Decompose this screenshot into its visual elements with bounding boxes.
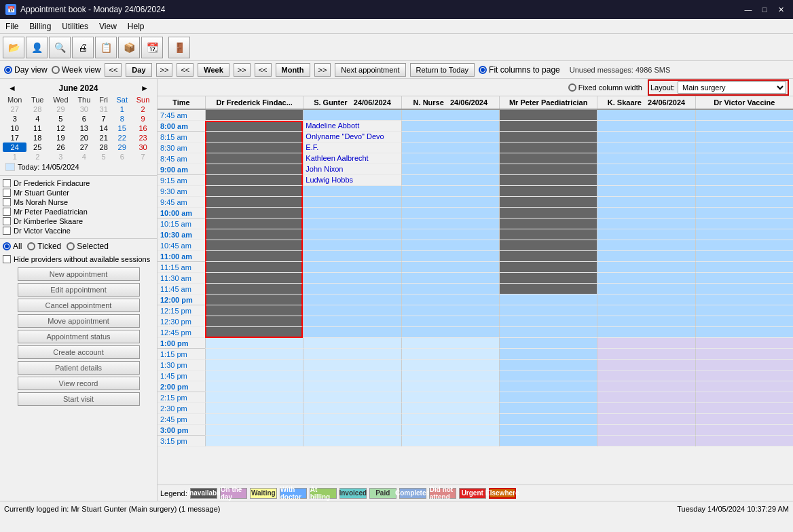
new-appointment-button[interactable]: New appointment xyxy=(18,267,140,281)
sched-cell[interactable] xyxy=(499,403,597,414)
week-label[interactable]: Week xyxy=(198,63,229,77)
menu-help[interactable]: Help xyxy=(122,20,150,33)
sched-cell[interactable] xyxy=(499,294,597,305)
sched-cell[interactable] xyxy=(303,218,401,229)
sched-cell[interactable] xyxy=(401,392,499,403)
sched-cell[interactable] xyxy=(695,403,793,414)
cal-day[interactable]: 24 xyxy=(3,142,26,152)
cal-prev[interactable]: ◄ xyxy=(5,83,19,94)
close-button[interactable]: ✕ xyxy=(774,3,788,16)
sched-cell[interactable] xyxy=(597,436,695,446)
sched-cell[interactable] xyxy=(401,208,499,218)
sched-cell[interactable] xyxy=(401,360,499,370)
sched-cell[interactable]: Onlyname "Devo" Devo xyxy=(303,132,401,142)
sched-cell[interactable] xyxy=(695,370,793,381)
sched-cell[interactable] xyxy=(303,436,401,446)
sched-cell[interactable] xyxy=(597,316,695,327)
cal-day[interactable]: 26 xyxy=(48,142,73,152)
provider-chk-3[interactable] xyxy=(3,198,11,206)
schedule-grid[interactable]: Time Dr Frederick Findac... S. Gunter 24… xyxy=(158,96,793,484)
cal-day[interactable]: 30 xyxy=(73,104,95,114)
sched-cell[interactable] xyxy=(695,175,793,186)
sched-cell[interactable] xyxy=(597,208,695,218)
toolbar-btn-2[interactable]: 👤 xyxy=(26,37,48,58)
sched-cell[interactable] xyxy=(205,175,303,186)
sched-cell[interactable] xyxy=(597,197,695,208)
sched-cell[interactable] xyxy=(597,121,695,132)
hide-checkbox[interactable] xyxy=(3,255,11,263)
cal-day[interactable]: 15 xyxy=(112,124,132,133)
sched-cell[interactable] xyxy=(205,349,303,360)
sched-cell[interactable] xyxy=(205,197,303,208)
sched-cell[interactable] xyxy=(597,110,695,121)
cal-day[interactable]: 19 xyxy=(48,133,73,142)
cal-day[interactable]: 23 xyxy=(132,133,154,142)
sched-cell[interactable] xyxy=(205,403,303,414)
sched-cell[interactable] xyxy=(695,349,793,360)
sched-cell[interactable] xyxy=(597,229,695,240)
sched-cell[interactable] xyxy=(597,338,695,349)
cal-day[interactable]: 13 xyxy=(73,124,95,133)
sched-cell[interactable] xyxy=(695,186,793,197)
sched-cell[interactable] xyxy=(401,316,499,327)
sched-cell[interactable] xyxy=(597,251,695,262)
sched-cell[interactable] xyxy=(303,284,401,294)
sched-cell[interactable] xyxy=(499,197,597,208)
cal-day[interactable]: 3 xyxy=(48,152,73,162)
sched-cell[interactable] xyxy=(597,262,695,273)
sched-cell[interactable] xyxy=(205,208,303,218)
sched-cell[interactable] xyxy=(401,229,499,240)
provider-chk-2[interactable] xyxy=(3,189,11,197)
sched-cell[interactable] xyxy=(401,327,499,338)
sched-cell[interactable] xyxy=(401,294,499,305)
edit-appointment-button[interactable]: Edit appointment xyxy=(18,283,140,297)
sched-cell[interactable] xyxy=(401,284,499,294)
sched-cell[interactable] xyxy=(401,240,499,251)
sched-cell[interactable] xyxy=(303,349,401,360)
sched-cell[interactable] xyxy=(695,132,793,142)
return-today-button[interactable]: Return to Today xyxy=(410,63,475,77)
cal-day[interactable]: 20 xyxy=(73,133,95,142)
cal-day[interactable]: 29 xyxy=(112,142,132,152)
sched-cell[interactable] xyxy=(303,381,401,392)
sched-cell[interactable] xyxy=(303,294,401,305)
sched-cell[interactable] xyxy=(401,218,499,229)
sched-cell[interactable] xyxy=(303,327,401,338)
cal-day[interactable]: 6 xyxy=(112,152,132,162)
sched-cell[interactable] xyxy=(597,370,695,381)
sched-cell[interactable] xyxy=(303,240,401,251)
cal-day[interactable]: 29 xyxy=(48,104,73,114)
toolbar-btn-4[interactable]: 🖨 xyxy=(72,37,94,58)
sched-cell[interactable] xyxy=(499,229,597,240)
sched-cell[interactable] xyxy=(205,164,303,175)
cal-day[interactable]: 5 xyxy=(48,114,73,124)
filter-selected[interactable]: Selected xyxy=(67,242,109,251)
day-label[interactable]: Day xyxy=(126,63,151,77)
appointment-status-button[interactable]: Appointment status xyxy=(18,330,140,343)
patient-details-button[interactable]: Patient details xyxy=(18,361,140,375)
sched-cell[interactable] xyxy=(401,414,499,425)
sched-cell[interactable]: Madeline Abbott xyxy=(303,121,401,132)
sched-cell[interactable] xyxy=(401,142,499,153)
cal-day[interactable]: 28 xyxy=(26,104,48,114)
cal-day[interactable]: 16 xyxy=(132,124,154,133)
sched-cell[interactable] xyxy=(597,360,695,370)
day-next[interactable]: >> xyxy=(156,63,173,77)
sched-cell[interactable] xyxy=(303,251,401,262)
dayview-radio[interactable]: Day view xyxy=(4,65,48,75)
sched-cell[interactable] xyxy=(695,338,793,349)
sched-cell[interactable] xyxy=(303,305,401,316)
sched-cell[interactable] xyxy=(303,110,401,121)
sched-cell[interactable]: E.F. xyxy=(303,142,401,153)
sched-cell[interactable] xyxy=(401,164,499,175)
sched-cell[interactable] xyxy=(499,381,597,392)
cal-day[interactable]: 3 xyxy=(3,114,26,124)
sched-cell[interactable] xyxy=(401,251,499,262)
weekview-radio[interactable]: Week view xyxy=(52,65,101,75)
sched-cell[interactable] xyxy=(597,273,695,284)
sched-cell[interactable] xyxy=(499,327,597,338)
sched-cell[interactable] xyxy=(597,218,695,229)
filter-all[interactable]: All xyxy=(3,242,22,251)
sched-cell[interactable] xyxy=(597,132,695,142)
cal-day[interactable]: 4 xyxy=(26,114,48,124)
